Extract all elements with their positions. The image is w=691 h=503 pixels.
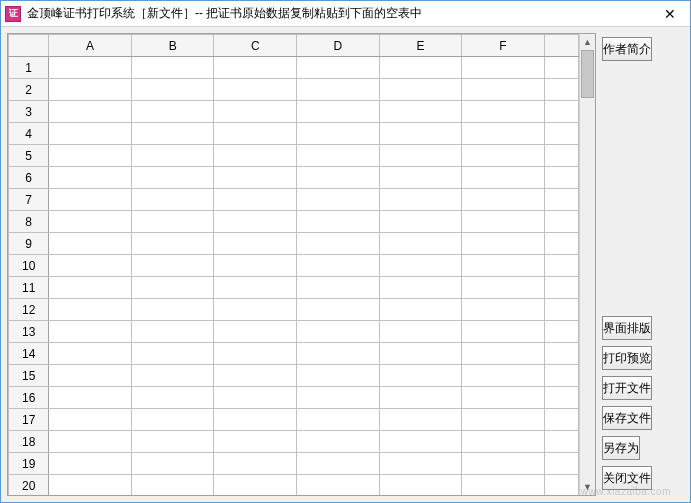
column-header[interactable]: E xyxy=(379,35,462,57)
author-info-button[interactable]: 作者简介 xyxy=(602,37,652,61)
cell[interactable] xyxy=(49,57,132,79)
cell[interactable] xyxy=(379,123,462,145)
cell[interactable] xyxy=(379,189,462,211)
cell[interactable] xyxy=(379,145,462,167)
cell[interactable] xyxy=(544,101,578,123)
row-header[interactable]: 13 xyxy=(9,321,49,343)
cell[interactable] xyxy=(379,365,462,387)
cell[interactable] xyxy=(49,343,132,365)
cell[interactable] xyxy=(379,277,462,299)
column-header-partial[interactable] xyxy=(544,35,578,57)
row-header[interactable]: 10 xyxy=(9,255,49,277)
cell[interactable] xyxy=(379,299,462,321)
cell[interactable] xyxy=(214,387,297,409)
cell[interactable] xyxy=(214,101,297,123)
save-as-button[interactable]: 另存为 xyxy=(602,436,640,460)
cell[interactable] xyxy=(131,365,214,387)
cell[interactable] xyxy=(544,189,578,211)
row-header[interactable]: 12 xyxy=(9,299,49,321)
cell[interactable] xyxy=(49,233,132,255)
close-file-button[interactable]: 关闭文件 xyxy=(602,466,652,490)
cell[interactable] xyxy=(462,211,545,233)
cell[interactable] xyxy=(49,211,132,233)
layout-button[interactable]: 界面排版 xyxy=(602,316,652,340)
column-header[interactable]: C xyxy=(214,35,297,57)
cell[interactable] xyxy=(462,189,545,211)
row-header[interactable]: 6 xyxy=(9,167,49,189)
cell[interactable] xyxy=(214,453,297,475)
cell[interactable] xyxy=(214,299,297,321)
row-header[interactable]: 2 xyxy=(9,79,49,101)
cell[interactable] xyxy=(544,123,578,145)
cell[interactable] xyxy=(544,321,578,343)
cell[interactable] xyxy=(49,255,132,277)
cell[interactable] xyxy=(297,409,380,431)
cell[interactable] xyxy=(49,277,132,299)
cell[interactable] xyxy=(379,101,462,123)
cell[interactable] xyxy=(297,255,380,277)
cell[interactable] xyxy=(49,431,132,453)
cell[interactable] xyxy=(462,387,545,409)
cell[interactable] xyxy=(297,277,380,299)
cell[interactable] xyxy=(131,189,214,211)
cell[interactable] xyxy=(379,79,462,101)
cell[interactable] xyxy=(462,167,545,189)
scroll-up-arrow[interactable]: ▲ xyxy=(580,34,595,50)
row-header[interactable]: 14 xyxy=(9,343,49,365)
cell[interactable] xyxy=(462,321,545,343)
cell[interactable] xyxy=(49,475,132,496)
cell[interactable] xyxy=(544,233,578,255)
column-header[interactable]: A xyxy=(49,35,132,57)
cell[interactable] xyxy=(462,101,545,123)
row-header[interactable]: 3 xyxy=(9,101,49,123)
cell[interactable] xyxy=(544,277,578,299)
spreadsheet-scroll[interactable]: ABCDEF 1234567891011121314151617181920 xyxy=(8,34,579,495)
cell[interactable] xyxy=(544,145,578,167)
cell[interactable] xyxy=(544,79,578,101)
cell[interactable] xyxy=(131,57,214,79)
cell[interactable] xyxy=(379,57,462,79)
cell[interactable] xyxy=(131,145,214,167)
cell[interactable] xyxy=(297,365,380,387)
cell[interactable] xyxy=(49,189,132,211)
cell[interactable] xyxy=(544,387,578,409)
cell[interactable] xyxy=(379,475,462,496)
cell[interactable] xyxy=(462,57,545,79)
cell[interactable] xyxy=(297,101,380,123)
cell[interactable] xyxy=(214,233,297,255)
cell[interactable] xyxy=(214,277,297,299)
column-header[interactable]: B xyxy=(131,35,214,57)
cell[interactable] xyxy=(49,365,132,387)
cell[interactable] xyxy=(462,453,545,475)
cell[interactable] xyxy=(214,431,297,453)
cell[interactable] xyxy=(462,145,545,167)
cell[interactable] xyxy=(131,453,214,475)
cell[interactable] xyxy=(131,343,214,365)
cell[interactable] xyxy=(297,123,380,145)
close-window-button[interactable]: ✕ xyxy=(650,1,690,27)
cell[interactable] xyxy=(379,233,462,255)
cell[interactable] xyxy=(544,57,578,79)
row-header[interactable]: 19 xyxy=(9,453,49,475)
cell[interactable] xyxy=(214,145,297,167)
cell[interactable] xyxy=(131,101,214,123)
cell[interactable] xyxy=(49,167,132,189)
row-header[interactable]: 5 xyxy=(9,145,49,167)
cell[interactable] xyxy=(379,409,462,431)
cell[interactable] xyxy=(49,387,132,409)
row-header[interactable]: 1 xyxy=(9,57,49,79)
cell[interactable] xyxy=(297,79,380,101)
cell[interactable] xyxy=(462,365,545,387)
cell[interactable] xyxy=(544,167,578,189)
open-file-button[interactable]: 打开文件 xyxy=(602,376,652,400)
cell[interactable] xyxy=(462,475,545,496)
cell[interactable] xyxy=(379,167,462,189)
cell[interactable] xyxy=(544,475,578,496)
cell[interactable] xyxy=(544,343,578,365)
cell[interactable] xyxy=(131,255,214,277)
cell[interactable] xyxy=(131,123,214,145)
cell[interactable] xyxy=(544,453,578,475)
row-header[interactable]: 16 xyxy=(9,387,49,409)
cell[interactable] xyxy=(49,101,132,123)
spreadsheet[interactable]: ABCDEF 1234567891011121314151617181920 xyxy=(8,34,579,495)
